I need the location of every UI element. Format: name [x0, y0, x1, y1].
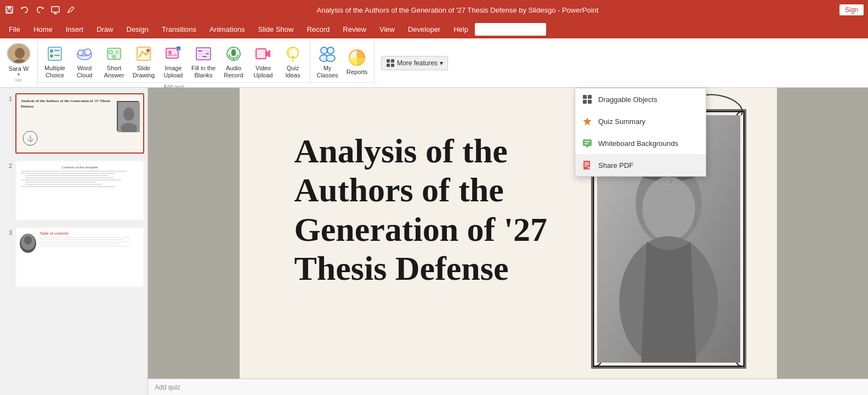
svg-text:⚓: ⚓: [27, 135, 34, 142]
user-section: Sara W ▼ Me: [0, 41, 38, 85]
svg-point-10: [50, 54, 53, 58]
quiz-summary-icon: [582, 116, 593, 127]
menu-slideshow[interactable]: Slide Show: [251, 23, 300, 36]
slide3-items: [39, 237, 140, 247]
quiz-ideas-icon: [283, 44, 303, 64]
redo-icon[interactable]: [35, 5, 45, 15]
menu-classpoint[interactable]: Inknoe ClassPoint: [475, 23, 546, 36]
quiz-summary-label: Quiz Summary: [598, 117, 645, 126]
main-canvas: Analysis of the Authors of the Generatio…: [148, 88, 868, 395]
present-icon[interactable]: [50, 5, 60, 15]
more-features-button[interactable]: More features ▾: [381, 56, 448, 70]
svg-rect-56: [585, 143, 588, 144]
menu-design[interactable]: Design: [120, 23, 155, 36]
svg-rect-47: [387, 64, 390, 67]
fill-blanks-button[interactable]: Fill in theBlanks: [189, 43, 218, 80]
image-upload-label: ImageUpload: [164, 65, 183, 79]
menu-developer[interactable]: Developer: [401, 23, 447, 36]
save-icon[interactable]: [4, 5, 14, 15]
slide-thumb-2[interactable]: 2 Contents of this template: [2, 159, 145, 222]
more-features-dropdown: Draggable Objects Quiz Summary Whiteboar…: [575, 88, 706, 177]
reports-label: Reports: [347, 69, 368, 76]
draggable-objects-item[interactable]: Draggable Objects: [575, 88, 706, 110]
fill-blanks-label: Fill in theBlanks: [191, 65, 215, 79]
slide-thumb-3[interactable]: 3 Table of contents: [2, 226, 145, 289]
share-pdf-item[interactable]: PDF Share PDF: [575, 154, 706, 176]
svg-rect-31: [198, 56, 201, 57]
menu-insert[interactable]: Insert: [59, 23, 90, 36]
svg-rect-7: [48, 47, 61, 60]
menu-help[interactable]: Help: [447, 23, 475, 36]
short-answer-label: ShortAnswer: [104, 65, 124, 79]
svg-rect-50: [588, 95, 592, 99]
main-area: 1 Analysis of the Authors of the Generat…: [0, 88, 868, 395]
quiz-ideas-button[interactable]: QuizIdeas: [279, 43, 307, 80]
pen-icon[interactable]: [66, 5, 76, 15]
audio-record-icon: [224, 44, 243, 64]
menu-transitions[interactable]: Transitions: [155, 23, 203, 36]
user-dropdown-arrow[interactable]: ▼: [16, 72, 21, 77]
share-pdf-label: Share PDF: [598, 161, 633, 170]
menu-animations[interactable]: Animations: [203, 23, 251, 36]
video-upload-icon: [253, 44, 273, 64]
image-upload-button[interactable]: ImageUpload: [160, 43, 187, 80]
svg-point-5: [15, 48, 25, 59]
my-classes-button[interactable]: MyClasses: [314, 43, 341, 80]
svg-rect-55: [585, 141, 590, 142]
svg-text:cloud: cloud: [83, 53, 89, 56]
me-label: Me: [15, 77, 22, 83]
svg-rect-52: [588, 100, 592, 104]
svg-rect-2: [7, 10, 12, 13]
svg-rect-27: [198, 50, 202, 52]
svg-rect-3: [52, 7, 59, 12]
svg-rect-49: [583, 95, 587, 99]
slide-thumb-1[interactable]: 1 Analysis of the Authors of the Generat…: [2, 92, 145, 155]
menu-home[interactable]: Home: [27, 23, 59, 36]
fill-blanks-icon: [194, 44, 213, 64]
my-classes-label: MyClasses: [316, 65, 338, 79]
svg-rect-46: [391, 59, 394, 63]
user-avatar[interactable]: [7, 43, 31, 64]
svg-rect-45: [387, 59, 390, 63]
svg-rect-51: [583, 100, 587, 104]
whiteboard-backgrounds-icon: [582, 138, 593, 149]
multiple-choice-button[interactable]: MultipleChoice: [41, 43, 69, 80]
word-cloud-button[interactable]: word cloud WordCloud: [71, 43, 98, 80]
svg-rect-32: [202, 56, 207, 57]
slide2-thumb-title: Contents of this template: [21, 166, 139, 169]
slide-image-3[interactable]: Table of contents: [15, 227, 144, 287]
quiz-summary-item[interactable]: Quiz Summary: [575, 110, 706, 132]
menu-file[interactable]: File: [2, 23, 27, 36]
title-right: Sign: [839, 4, 864, 15]
svg-point-8: [50, 49, 53, 53]
multiple-choice-label: MultipleChoice: [44, 65, 65, 79]
title-bar: Analysis of the Authors of the Generatio…: [0, 0, 868, 20]
slide-panel: 1 Analysis of the Authors of the Generat…: [0, 88, 148, 395]
audio-record-label: AudioRecord: [224, 65, 243, 79]
menu-draw[interactable]: Draw: [90, 23, 120, 36]
slide-image-2[interactable]: Contents of this template: [15, 160, 144, 221]
undo-icon[interactable]: [20, 5, 30, 15]
svg-point-43: [326, 55, 335, 61]
menu-review[interactable]: Review: [336, 23, 373, 36]
svg-rect-48: [391, 64, 394, 67]
slide3-title-thumb: Table of contents: [39, 232, 140, 235]
sign-button[interactable]: Sign: [839, 4, 864, 15]
whiteboard-backgrounds-item[interactable]: Whiteboard Backgrounds: [575, 132, 706, 154]
menu-record[interactable]: Record: [300, 23, 336, 36]
draggable-objects-icon: [582, 94, 593, 105]
image-upload-icon: [163, 44, 183, 64]
audio-record-button[interactable]: AudioRecord: [220, 43, 247, 80]
word-cloud-icon: word cloud: [75, 44, 94, 64]
menu-view[interactable]: View: [373, 23, 401, 36]
slide-num-3: 3: [3, 229, 12, 236]
video-upload-label: VideoUpload: [254, 65, 273, 79]
short-answer-button[interactable]: ShortAnswer: [100, 43, 128, 80]
more-features-section: More features ▾: [375, 41, 455, 85]
video-upload-button[interactable]: VideoUpload: [249, 43, 277, 80]
svg-rect-9: [54, 50, 60, 51]
slide-drawing-button[interactable]: SlideDrawing: [130, 43, 157, 80]
add-quiz-bar: Add quiz: [148, 379, 868, 395]
reports-button[interactable]: Reports: [343, 47, 371, 77]
slide-image-1[interactable]: Analysis of the Authors of the Generatio…: [15, 93, 144, 154]
